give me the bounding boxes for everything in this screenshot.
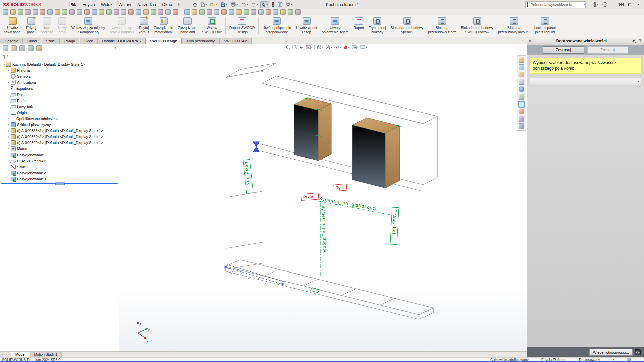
dimxpertmanager-tab-icon[interactable]: [28, 45, 34, 51]
displaymanager-tab-icon[interactable]: [36, 45, 42, 51]
tool-icon[interactable]: [121, 9, 126, 15]
open-button[interactable]: ▾: [209, 2, 218, 7]
expand-arrow-icon[interactable]: ▸: [7, 129, 11, 132]
ribbon-close-icon[interactable]: ×: [522, 38, 524, 42]
tool-icon[interactable]: [62, 9, 67, 15]
taskpane-tab-file-explorer-icon[interactable]: [519, 72, 524, 77]
reference-label-symmetry-depth[interactable]: Symetria_po_głębokości: [318, 196, 377, 211]
tool-icon[interactable]: [77, 9, 82, 15]
tree-item-pozycjonowanie2[interactable]: Pozycjonowanie2: [0, 170, 119, 176]
template-combobox[interactable]: ▾: [530, 78, 641, 85]
view-settings-button[interactable]: ▾: [360, 45, 367, 49]
tree-item-origin[interactable]: Origin: [0, 110, 119, 116]
taskpane-tab-swood-options-icon[interactable]: [519, 123, 524, 129]
graphics-viewport[interactable]: Lewy bok Symetria_po_głębokości Symetria…: [119, 44, 527, 351]
pin-menu-icon[interactable]: ✎: [176, 2, 181, 7]
tool-icon[interactable]: [199, 9, 205, 15]
tab-scroll-arrows[interactable]: « ‹ › »: [0, 352, 11, 358]
tool-icon[interactable]: [136, 9, 141, 15]
tool-icon[interactable]: [128, 9, 134, 15]
ribbon-button-raport[interactable]: Raport: [351, 16, 367, 31]
redo-button[interactable]: ▾: [250, 2, 259, 7]
ribbon-button-wstaw-złącza-między-2-komponenty[interactable]: Wstaw złącza między2 komponenty: [69, 16, 107, 35]
tool-icon[interactable]: [266, 9, 271, 15]
collapse-panel-icon[interactable]: »: [529, 39, 531, 43]
tab-układ[interactable]: Układ: [23, 38, 41, 44]
status-chevron-icon[interactable]: ▾: [613, 358, 614, 361]
properties-settings-button[interactable]: [635, 349, 641, 355]
apply-button[interactable]: Zastosuj: [543, 46, 584, 54]
next-tab-icon[interactable]: ›: [6, 353, 7, 356]
reference-label-symmetry-length[interactable]: Symetria_po_długości: [321, 205, 328, 255]
menu-wstaw[interactable]: Wstaw: [115, 1, 134, 8]
more-properties-button[interactable]: Więcej właściwości...: [589, 349, 633, 356]
tool-icon[interactable]: [158, 9, 163, 15]
prev-tab-icon[interactable]: ‹: [4, 353, 5, 356]
tool-icon[interactable]: [244, 9, 249, 15]
tree-item-equations[interactable]: Equations: [0, 85, 119, 92]
previous-view-button[interactable]: [299, 45, 304, 49]
tree-item-pozycjonowanie1[interactable]: Pozycjonowanie1: [0, 152, 119, 158]
tree-item-lewy-bok[interactable]: Lewy bok: [0, 104, 119, 110]
tree-item-szkic1[interactable]: Szkic1: [0, 164, 119, 170]
tool-icon[interactable]: [47, 9, 53, 15]
new-document-button[interactable]: ▾: [200, 2, 208, 8]
reference-label-front[interactable]: Przód: [301, 193, 319, 201]
tool-icon[interactable]: [280, 9, 286, 15]
tree-item-mates[interactable]: ▸Mates: [0, 146, 119, 152]
tool-icon[interactable]: [55, 9, 60, 15]
tab-model[interactable]: Model: [11, 352, 30, 358]
menu-narzędzia[interactable]: Narzędzia: [134, 1, 159, 8]
undo-button[interactable]: ▾: [240, 2, 249, 7]
tool-icon[interactable]: [114, 9, 119, 15]
ribbon-button-utwórz-połączenie-ścięte[interactable]: Utwórzpołączenie ścięte: [319, 16, 351, 35]
tool-icon[interactable]: [288, 9, 293, 15]
tool-icon[interactable]: [99, 9, 104, 15]
last-tab-icon[interactable]: »: [8, 353, 9, 356]
ribbon-button-edytuj-panel[interactable]: Edytujpanel: [24, 16, 38, 35]
tool-icon[interactable]: [251, 9, 256, 15]
expand-arrow-icon[interactable]: ▸: [7, 141, 11, 144]
tool-icon[interactable]: [221, 9, 227, 15]
tool-icon[interactable]: [18, 9, 23, 15]
tool-icon[interactable]: [192, 9, 197, 15]
tool-icon[interactable]: [229, 9, 234, 15]
tool-icon[interactable]: [258, 9, 264, 15]
tab-uwaga[interactable]: Uwaga: [59, 38, 79, 44]
filter-chevron-icon[interactable]: ▾: [7, 54, 8, 57]
tool-icon[interactable]: [273, 9, 278, 15]
tab-złożenie[interactable]: Złożenie: [0, 38, 23, 44]
tool-icon[interactable]: [151, 9, 156, 15]
tree-item-pozycjonowanie3[interactable]: Pozycjonowanie3: [0, 176, 119, 182]
help-button[interactable]: ?: [602, 2, 607, 7]
expand-arrow-icon[interactable]: ▸: [7, 117, 11, 120]
ribbon-button-raport-swood-design[interactable]: Raport SWOODDesign: [227, 16, 257, 35]
tab-oceń[interactable]: Oceń: [80, 38, 97, 44]
ribbon-button-edytuj-korpus[interactable]: Edytujkorpus: [136, 16, 152, 35]
tree-item-f-a-000390-1-default-default-d[interactable]: ▸(f) A-000390<1> (Default) <Default_Disp…: [0, 140, 119, 146]
tree-item-f-a-000389-1-default-default-d[interactable]: ▸(f) A-000389<1> (Default) <Default_Disp…: [0, 134, 119, 140]
ribbon-button-utwórz-wpust-i-czop[interactable]: Utwórz wpusti czop: [293, 16, 319, 35]
reference-label-left[interactable]: Lewy bok: [243, 159, 253, 193]
options-button[interactable]: ▾: [285, 2, 293, 8]
expand-arrow-icon[interactable]: ▸: [7, 135, 11, 138]
tool-icon[interactable]: [173, 9, 178, 15]
taskpane-tab-swood-reports-icon[interactable]: [519, 109, 524, 114]
ribbon-button-utwórz-połączenie-przepołowione[interactable]: Utwórz połączenieprzepołowione: [260, 16, 293, 35]
search-input[interactable]: [530, 2, 583, 7]
tab-swood-design[interactable]: SWOOD Design: [145, 38, 182, 44]
ribbon-button-tryb-pełnej-blokady[interactable]: Tryb pełnejblokady: [366, 16, 388, 35]
search-options-chevron-icon[interactable]: ▾: [584, 3, 585, 6]
taskpane-tab-custom-properties-icon[interactable]: [519, 101, 524, 107]
expand-arrow-icon[interactable]: ▸: [7, 147, 11, 150]
configurationmanager-tab-icon[interactable]: [19, 45, 25, 51]
panel-flyout-arrow-icon[interactable]: ›: [115, 46, 116, 50]
ribbon-button-blokada-przebudowy-swoodboxów[interactable]: Blokada przebudowySWOODBoxów: [459, 16, 496, 35]
print-button[interactable]: ▾: [230, 2, 239, 7]
home-button[interactable]: [192, 2, 198, 8]
ribbon-button-utwórz-nowy-panel[interactable]: Utwórznowy panel: [1, 16, 24, 35]
rebuild-button[interactable]: [270, 1, 275, 8]
tool-icon[interactable]: [33, 9, 38, 15]
save-button[interactable]: ▾: [220, 2, 228, 8]
rollback-bar[interactable]: [1, 183, 118, 184]
